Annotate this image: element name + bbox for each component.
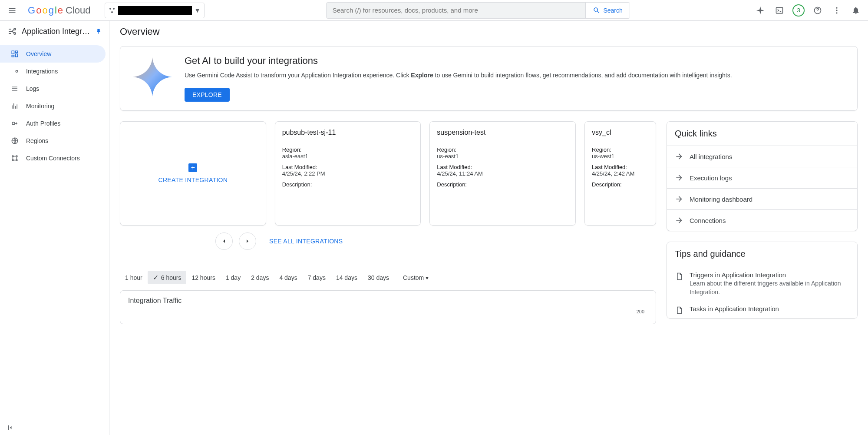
explore-button[interactable]: EXPLORE: [185, 88, 230, 102]
nav-custom-connectors[interactable]: Custom Connectors: [0, 149, 106, 167]
free-trial-badge[interactable]: 3: [790, 2, 807, 19]
time-7days[interactable]: 7 days: [303, 272, 331, 284]
next-button[interactable]: [239, 232, 256, 250]
notifications-icon[interactable]: [847, 2, 865, 19]
svg-point-20: [16, 159, 17, 161]
svg-point-17: [12, 156, 13, 157]
svg-point-2: [111, 11, 113, 13]
app-integration-service-icon: [7, 26, 17, 37]
dashboard-icon: [10, 50, 19, 58]
svg-point-19: [12, 159, 13, 161]
content: Overview Get AI to build your integratio…: [109, 21, 868, 435]
logs-icon: [10, 85, 19, 93]
promo-title: Get AI to build your integrations: [185, 55, 847, 66]
plus-icon: +: [188, 163, 197, 172]
nav-auth-profiles[interactable]: Auth Profiles: [0, 115, 106, 132]
svg-rect-12: [16, 54, 18, 57]
google-cloud-logo[interactable]: Google Cloud: [24, 5, 94, 16]
right-column: Quick links All integrations Execution l…: [667, 121, 858, 329]
project-picker[interactable]: ▼: [105, 3, 205, 18]
time-30days[interactable]: 30 days: [363, 272, 394, 284]
top-bar: Google Cloud ▼ Search 3: [0, 0, 868, 21]
tips-title: Tips and guidance: [667, 242, 857, 266]
tip-tasks[interactable]: Tasks in Application Integration: [667, 300, 857, 318]
sidebar-header: Application Integr…: [0, 21, 109, 42]
main-layout: Application Integr… Overview Integration…: [0, 21, 868, 435]
globe-icon: [10, 137, 19, 145]
card-title: suspension-test: [437, 129, 568, 141]
svg-rect-3: [776, 7, 783, 13]
time-6hours[interactable]: ✓6 hours: [148, 271, 187, 284]
more-vert-icon[interactable]: [828, 2, 845, 19]
create-integration-label: CREATE INTEGRATION: [158, 176, 228, 183]
integration-card[interactable]: suspension-test Region:us-east1 Last Mod…: [429, 121, 576, 226]
carousel-controls: SEE ALL INTEGRATIONS: [120, 232, 656, 250]
integrations-icon: [10, 67, 19, 75]
prev-button[interactable]: [215, 232, 233, 250]
time-4days[interactable]: 4 days: [274, 272, 302, 284]
time-range-selector: 1 hour ✓6 hours 12 hours 1 day 2 days 4 …: [120, 271, 656, 284]
promo-text: Use Germini Code Assist to transform you…: [185, 71, 847, 80]
key-icon: [10, 120, 19, 127]
search-button[interactable]: Search: [585, 3, 629, 18]
nav-logs[interactable]: Logs: [0, 80, 106, 97]
hamburger-menu[interactable]: [3, 2, 21, 19]
time-12hours[interactable]: 12 hours: [186, 272, 220, 284]
sidebar-collapse: [0, 420, 109, 435]
integration-card[interactable]: vsy_cl Region:us-west1 Last Modified:4/2…: [584, 121, 656, 226]
quick-link-all-integrations[interactable]: All integrations: [667, 146, 857, 167]
project-name-redacted: [118, 6, 192, 15]
gemini-icon[interactable]: [752, 2, 769, 19]
create-integration-card[interactable]: + CREATE INTEGRATION: [120, 121, 266, 226]
quick-links-panel: Quick links All integrations Execution l…: [667, 121, 858, 231]
card-title: vsy_cl: [592, 129, 649, 141]
cloud-shell-icon[interactable]: [771, 2, 788, 19]
svg-point-0: [109, 8, 111, 10]
y-axis-tick: 200: [637, 309, 644, 314]
nav-monitoring[interactable]: Monitoring: [0, 97, 106, 115]
sidebar-nav: Overview Integrations Logs Monitoring Au…: [0, 42, 109, 420]
quick-link-monitoring-dashboard[interactable]: Monitoring dashboard: [667, 188, 857, 209]
nav-integrations[interactable]: Integrations: [0, 63, 106, 80]
nav-regions[interactable]: Regions: [0, 132, 106, 149]
left-column: + CREATE INTEGRATION pubsub-test-sj-11 R…: [120, 121, 656, 324]
document-icon: [675, 306, 683, 315]
svg-point-9: [14, 33, 16, 34]
collapse-button[interactable]: [7, 424, 102, 432]
see-all-integrations-link[interactable]: SEE ALL INTEGRATIONS: [269, 238, 343, 245]
time-14days[interactable]: 14 days: [331, 272, 363, 284]
time-1hour[interactable]: 1 hour: [120, 272, 148, 284]
arrow-right-icon: [675, 152, 683, 161]
svg-rect-10: [12, 51, 14, 54]
caret-down-icon: ▼: [195, 7, 201, 14]
svg-point-18: [16, 156, 17, 157]
arrow-right-icon: [675, 195, 683, 203]
svg-rect-13: [12, 55, 14, 57]
quick-link-execution-logs[interactable]: Execution logs: [667, 167, 857, 188]
svg-point-8: [14, 28, 16, 30]
svg-point-14: [16, 70, 18, 73]
integration-card[interactable]: pubsub-test-sj-11 Region:asia-east1 Last…: [275, 121, 421, 226]
svg-point-1: [113, 8, 115, 10]
nav-overview[interactable]: Overview: [0, 45, 106, 63]
help-icon[interactable]: [809, 2, 826, 19]
search-input[interactable]: [327, 7, 586, 14]
svg-point-6: [836, 10, 837, 11]
search-wrap: Search: [208, 2, 749, 19]
svg-rect-11: [16, 51, 18, 53]
search-button-label: Search: [603, 7, 622, 14]
quick-link-connections[interactable]: Connections: [667, 209, 857, 231]
tip-triggers[interactable]: Triggers in Application Integration Lear…: [667, 266, 857, 300]
top-icons: 3: [752, 2, 865, 19]
svg-point-5: [836, 7, 837, 8]
pin-icon[interactable]: [95, 28, 102, 35]
arrow-right-icon: [675, 216, 683, 225]
time-1day[interactable]: 1 day: [221, 272, 246, 284]
svg-point-7: [836, 12, 837, 13]
page-title: Overview: [109, 21, 868, 43]
time-2days[interactable]: 2 days: [246, 272, 274, 284]
search-icon: [593, 7, 601, 14]
two-column-layout: + CREATE INTEGRATION pubsub-test-sj-11 R…: [120, 121, 858, 329]
integration-traffic-panel: Integration Traffic 200: [120, 290, 656, 324]
time-custom[interactable]: Custom▾: [398, 272, 434, 284]
